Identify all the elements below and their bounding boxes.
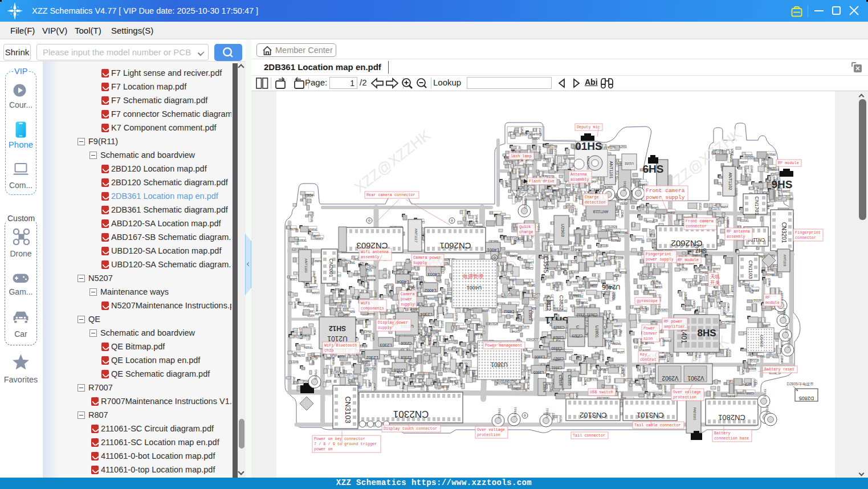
svg-text:TP2502: TP2502 <box>505 262 508 271</box>
svg-text:CN3201: CN3201 <box>781 222 787 243</box>
svg-text:TP9005: TP9005 <box>314 369 317 380</box>
svg-text:Fingerprint: Fingerprint <box>646 252 671 256</box>
svg-text:L2439: L2439 <box>621 367 624 374</box>
svg-text:Tail connector: Tail connector <box>573 433 605 438</box>
svg-text:C2033: C2033 <box>343 362 351 365</box>
svg-text:USB switch: USB switch <box>590 390 613 394</box>
svg-text:TP2179: TP2179 <box>767 153 776 156</box>
svg-text:TP1825: TP1825 <box>756 354 765 357</box>
svg-text:MIC2701: MIC2701 <box>586 156 590 170</box>
svg-text:L3903: L3903 <box>528 310 532 320</box>
svg-text:C2252: C2252 <box>459 327 467 330</box>
svg-text:C2822: C2822 <box>520 127 523 135</box>
svg-text:C2362: C2362 <box>549 384 552 392</box>
svg-text:电源管理: 电源管理 <box>463 274 483 279</box>
svg-text:L3617: L3617 <box>694 353 697 360</box>
svg-text:Fingerprint: Fingerprint <box>795 230 821 235</box>
svg-text:L3904: L3904 <box>543 382 547 392</box>
svg-text:C2249: C2249 <box>621 210 624 218</box>
svg-text:R2145: R2145 <box>574 248 582 251</box>
svg-text:C2184: C2184 <box>312 291 320 294</box>
svg-text:R1003: R1003 <box>556 199 559 207</box>
svg-text:U1648: U1648 <box>363 365 366 373</box>
svg-text:U2748: U2748 <box>653 282 661 284</box>
svg-text:L4002: L4002 <box>504 309 514 313</box>
svg-text:R2519: R2519 <box>712 391 715 399</box>
svg-text:Battery reset: Battery reset <box>764 367 794 372</box>
svg-text:C2329: C2329 <box>572 334 583 338</box>
svg-text:L2236: L2236 <box>374 291 377 298</box>
svg-text:R2095: R2095 <box>561 267 569 270</box>
svg-text:U2740: U2740 <box>617 351 625 353</box>
svg-text:U3944: U3944 <box>553 196 561 199</box>
svg-text:U2101: U2101 <box>327 335 348 343</box>
svg-text:R1339: R1339 <box>523 281 531 284</box>
svg-text:V2901: V2901 <box>687 375 704 381</box>
svg-text:D2364: D2364 <box>315 304 318 312</box>
svg-text:U2899: U2899 <box>730 154 732 162</box>
svg-text:D3104: D3104 <box>441 385 449 388</box>
svg-text:TP2560: TP2560 <box>612 342 621 345</box>
svg-text:C3927: C3927 <box>553 357 564 361</box>
svg-text:RF antenna: RF antenna <box>727 229 750 234</box>
svg-text:R1516: R1516 <box>313 276 316 284</box>
svg-text:D1120: D1120 <box>754 299 761 302</box>
svg-text:L2027: L2027 <box>571 218 574 225</box>
svg-text:V3449: V3449 <box>384 354 392 357</box>
svg-text:C1687: C1687 <box>750 165 753 173</box>
svg-text:TP9001: TP9001 <box>514 407 517 417</box>
svg-text:V1583: V1583 <box>722 307 725 315</box>
svg-text:L2304: L2304 <box>421 312 433 317</box>
svg-text:U2624: U2624 <box>609 226 617 229</box>
svg-text:L1300: L1300 <box>395 375 402 378</box>
svg-text:TP3028: TP3028 <box>623 181 626 191</box>
svg-text:connector: connector <box>795 235 816 240</box>
svg-text:SH12: SH12 <box>329 324 346 332</box>
svg-text:charge: charge <box>519 230 533 234</box>
svg-text:V3143: V3143 <box>396 268 404 271</box>
svg-text:L1466: L1466 <box>333 371 340 374</box>
svg-text:U1102: U1102 <box>625 162 634 165</box>
svg-text:C3757: C3757 <box>620 202 627 205</box>
svg-text:U1403: U1403 <box>760 335 764 347</box>
svg-text:C1004: C1004 <box>309 286 317 288</box>
svg-text:power: power <box>401 297 412 301</box>
svg-text:CN2001: CN2001 <box>328 258 334 277</box>
svg-text:C2539: C2539 <box>290 278 298 280</box>
svg-text:V3114: V3114 <box>731 285 733 292</box>
svg-text:R1810: R1810 <box>334 301 342 304</box>
svg-text:protection: protection <box>477 433 500 437</box>
svg-text:U2801: U2801 <box>594 325 600 338</box>
svg-text:R2989: R2989 <box>368 278 376 281</box>
svg-text:R2325: R2325 <box>294 335 302 338</box>
svg-text:ANT1102: ANT1102 <box>728 172 733 190</box>
svg-text:D2289: D2289 <box>385 368 393 371</box>
svg-text:U2405: U2405 <box>602 284 620 291</box>
svg-text:L3893: L3893 <box>601 229 609 231</box>
svg-text:C2067: C2067 <box>777 190 780 198</box>
svg-text:U2462: U2462 <box>700 271 708 274</box>
svg-text:C2075: C2075 <box>572 184 574 191</box>
svg-text:U2130: U2130 <box>546 276 554 279</box>
svg-text:U3073: U3073 <box>431 332 439 335</box>
svg-text:V1291: V1291 <box>559 415 562 423</box>
svg-text:R3100: R3100 <box>313 354 321 357</box>
svg-text:Over voltage: Over voltage <box>477 427 505 432</box>
svg-text:V3506: V3506 <box>577 289 585 292</box>
svg-text:L2097: L2097 <box>345 373 352 376</box>
svg-text:C3930: C3930 <box>551 347 563 351</box>
svg-text:V3167: V3167 <box>368 380 370 388</box>
svg-text:L3334: L3334 <box>313 328 316 335</box>
svg-text:C1677: C1677 <box>521 326 529 329</box>
svg-text:V2977: V2977 <box>613 230 621 233</box>
svg-text:7 / 8 / 9 to ground trigger: 7 / 8 / 9 to ground trigger <box>314 442 377 446</box>
svg-text:L1399: L1399 <box>740 161 747 164</box>
svg-text:C3934: C3934 <box>559 374 563 386</box>
svg-text:C3866: C3866 <box>552 189 560 191</box>
svg-text:L2661: L2661 <box>620 145 627 148</box>
svg-text:TP3998: TP3998 <box>614 256 624 259</box>
svg-text:TP3035: TP3035 <box>444 294 447 303</box>
svg-text:R3170: R3170 <box>527 185 535 188</box>
svg-text:R2335: R2335 <box>663 385 666 393</box>
svg-text:ANT1103: ANT1103 <box>304 259 308 274</box>
